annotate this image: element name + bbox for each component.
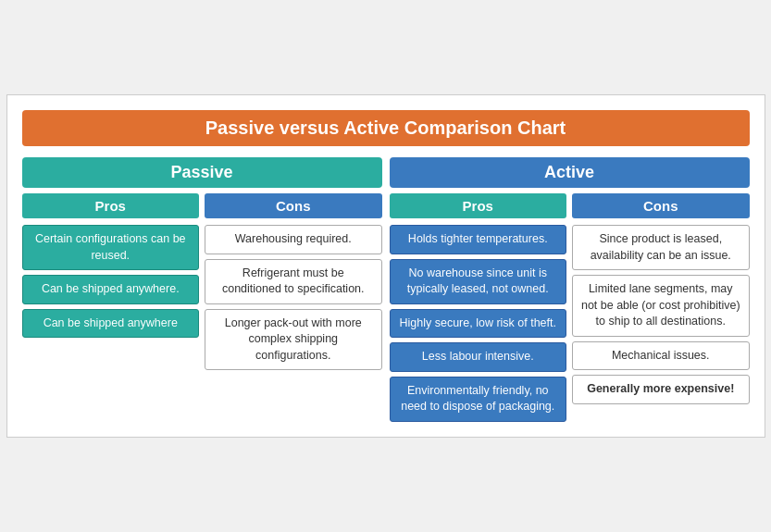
- passive-cons-header: Cons: [205, 193, 382, 218]
- passive-pros-col: Pros Certain configurations can be reuse…: [22, 193, 200, 422]
- passive-cons-item-1: Refrigerant must be conditioned to speci…: [205, 259, 382, 304]
- passive-pros-item-0: Certain configurations can be reused.: [22, 225, 200, 270]
- active-pros-item-3: Less labour intensive.: [390, 342, 567, 372]
- active-cons-header: Cons: [572, 193, 750, 218]
- active-pros-cons-row: Pros Holds tighter temperatures. No ware…: [390, 193, 750, 422]
- active-header: Active: [390, 157, 750, 188]
- passive-pros-item-2: Can be shipped anywhere: [22, 309, 200, 339]
- chart-container: Passive versus Active Comparison Chart P…: [6, 94, 765, 438]
- active-pros-item-1: No warehouse since unit is typically lea…: [390, 259, 567, 304]
- active-cons-item-0: Since product is leased, availability ca…: [572, 225, 750, 270]
- active-cons-item-2: Mechanical issues.: [572, 341, 750, 371]
- chart-title: Passive versus Active Comparison Chart: [22, 110, 750, 146]
- passive-cons-item-0: Warehousing required.: [205, 225, 382, 254]
- passive-section: Passive Pros Certain configurations can …: [22, 157, 382, 422]
- active-cons-col: Cons Since product is leased, availabili…: [572, 193, 750, 422]
- active-cons-item-1: Limited lane segments, may not be able (…: [572, 275, 750, 337]
- passive-cons-item-2: Longer pack-out with more complex shippi…: [205, 309, 382, 371]
- passive-pros-header: Pros: [22, 193, 200, 218]
- active-pros-item-4: Environmentally friendly, no need to dis…: [390, 377, 567, 422]
- passive-pros-item-1: Can be shipped anywhere.: [22, 275, 200, 304]
- active-pros-header: Pros: [390, 193, 567, 218]
- active-pros-item-0: Holds tighter temperatures.: [390, 225, 567, 254]
- passive-cons-col: Cons Warehousing required. Refrigerant m…: [205, 193, 382, 422]
- main-columns: Passive Pros Certain configurations can …: [22, 157, 750, 422]
- passive-header: Passive: [22, 157, 382, 188]
- passive-pros-cons-row: Pros Certain configurations can be reuse…: [22, 193, 382, 422]
- active-pros-col: Pros Holds tighter temperatures. No ware…: [390, 193, 567, 422]
- active-pros-item-2: Highly secure, low risk of theft.: [390, 309, 567, 339]
- active-cons-item-3: Generally more expensive!: [572, 375, 750, 404]
- active-section: Active Pros Holds tighter temperatures. …: [390, 157, 750, 422]
